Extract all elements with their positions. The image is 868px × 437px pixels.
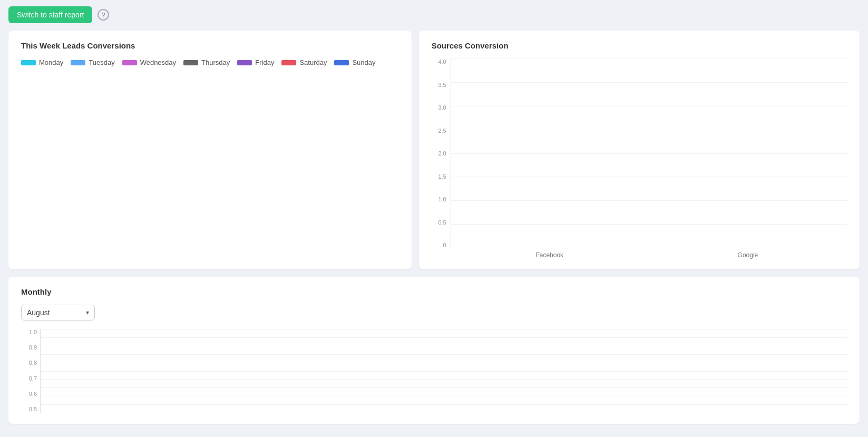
x-axis-label: Facebook bbox=[451, 248, 649, 259]
legend-item: Tuesday bbox=[71, 59, 114, 66]
y-axis-label: 2.0 bbox=[432, 150, 446, 157]
weekly-chart-area bbox=[21, 73, 399, 241]
legend-item: Monday bbox=[21, 59, 63, 66]
legend-item: Thursday bbox=[183, 59, 230, 66]
y-axis-label: 1.5 bbox=[432, 173, 446, 180]
monthly-y-label: 0.7 bbox=[21, 375, 40, 382]
legend-color bbox=[21, 60, 36, 65]
help-icon[interactable]: ? bbox=[97, 9, 109, 21]
legend-color bbox=[237, 60, 252, 65]
sources-chart-title: Sources Conversion bbox=[432, 41, 847, 50]
sources-chart-plot: FacebookGoogle bbox=[451, 59, 847, 259]
monthly-y-label: 0.5 bbox=[21, 406, 40, 412]
legend-item: Sunday bbox=[334, 59, 375, 66]
monthly-y-label: 1.0 bbox=[21, 329, 40, 335]
legend-label: Tuesday bbox=[89, 59, 114, 66]
legend-label: Friday bbox=[255, 59, 274, 66]
x-axis-label: Google bbox=[649, 248, 847, 259]
top-charts-row: This Week Leads Conversions Monday Tuesd… bbox=[8, 31, 860, 269]
top-bar: Switch to staff report ? bbox=[8, 6, 860, 23]
legend-label: Thursday bbox=[201, 59, 230, 66]
monthly-title: Monthly bbox=[21, 287, 847, 296]
legend-label: Monday bbox=[39, 59, 63, 66]
y-axis-label: 0 bbox=[432, 242, 446, 248]
chevron-down-icon: ▾ bbox=[86, 309, 89, 316]
month-selector[interactable]: August ▾ bbox=[21, 305, 95, 321]
weekly-chart-legend: Monday Tuesday Wednesday Thursday Friday… bbox=[21, 59, 399, 66]
legend-color bbox=[71, 60, 85, 65]
sources-y-axis: 00.51.01.52.02.53.03.54.0 bbox=[432, 59, 451, 259]
month-selector-label: August bbox=[27, 308, 50, 317]
legend-color bbox=[122, 60, 137, 65]
y-axis-label: 3.5 bbox=[432, 82, 446, 88]
legend-item: Wednesday bbox=[122, 59, 176, 66]
monthly-section: Monthly August ▾ 0.50.60.70.80.91.0 bbox=[8, 277, 860, 424]
legend-color bbox=[281, 60, 296, 65]
monthly-bars-container bbox=[40, 329, 847, 413]
sources-x-labels: FacebookGoogle bbox=[451, 248, 847, 259]
monthly-y-label: 0.8 bbox=[21, 360, 40, 366]
weekly-chart-title: This Week Leads Conversions bbox=[21, 41, 399, 50]
sources-chart-area: 00.51.01.52.02.53.03.54.0 FacebookGoogle bbox=[432, 59, 847, 259]
switch-to-staff-report-button[interactable]: Switch to staff report bbox=[8, 6, 92, 23]
y-axis-label: 2.5 bbox=[432, 128, 446, 134]
legend-label: Saturday bbox=[299, 59, 327, 66]
y-axis-label: 3.0 bbox=[432, 104, 446, 111]
weekly-leads-card: This Week Leads Conversions Monday Tuesd… bbox=[8, 31, 412, 269]
monthly-y-label: 0.6 bbox=[21, 391, 40, 397]
y-axis-label: 4.0 bbox=[432, 59, 446, 65]
monthly-y-label: 0.9 bbox=[21, 344, 40, 351]
sources-bars-container bbox=[451, 59, 847, 248]
monthly-y-axis: 0.50.60.70.80.91.0 bbox=[21, 329, 40, 413]
legend-item: Saturday bbox=[281, 59, 327, 66]
legend-color bbox=[183, 60, 198, 65]
legend-label: Wednesday bbox=[140, 59, 176, 66]
sources-chart-inner: 00.51.01.52.02.53.03.54.0 FacebookGoogle bbox=[432, 59, 847, 259]
y-axis-label: 0.5 bbox=[432, 219, 446, 226]
monthly-chart-area: 0.50.60.70.80.91.0 bbox=[21, 329, 847, 413]
monthly-plot bbox=[40, 329, 847, 413]
legend-item: Friday bbox=[237, 59, 274, 66]
legend-color bbox=[334, 60, 349, 65]
legend-label: Sunday bbox=[352, 59, 375, 66]
sources-conversion-card: Sources Conversion 00.51.01.52.02.53.03.… bbox=[419, 31, 860, 269]
y-axis-label: 1.0 bbox=[432, 196, 446, 202]
